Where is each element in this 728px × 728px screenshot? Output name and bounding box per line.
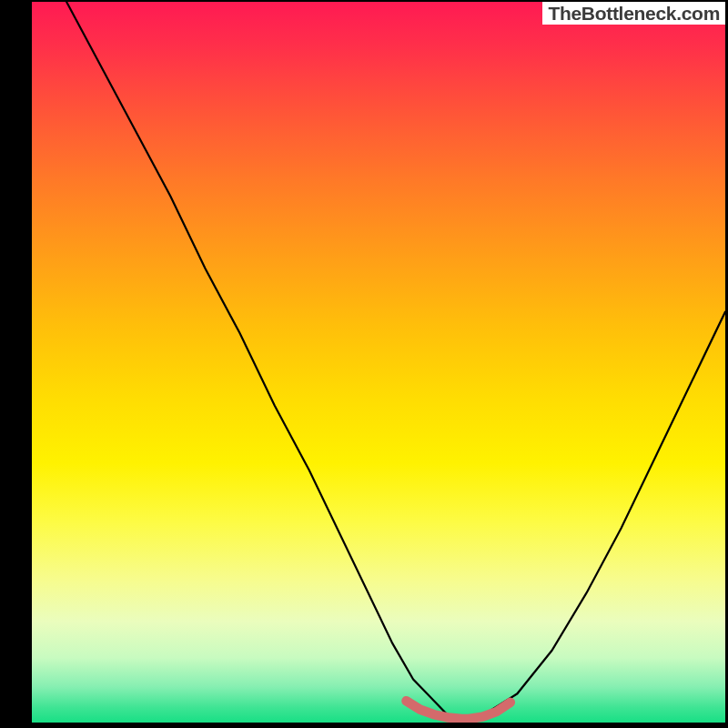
curve-layer: [32, 2, 725, 723]
bottleneck-curve: [66, 2, 725, 723]
watermark-label: TheBottleneck.com: [542, 2, 725, 25]
chart-area: TheBottleneck.com: [32, 2, 725, 723]
optimal-flat-region: [407, 701, 511, 719]
